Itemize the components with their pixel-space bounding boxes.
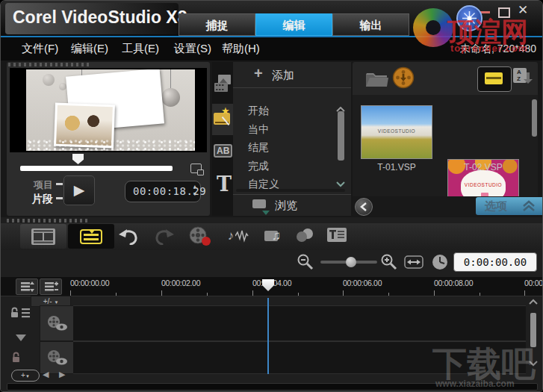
add-track-button[interactable]	[40, 279, 62, 295]
tab-edit[interactable]: 编辑	[255, 13, 332, 36]
collapse-caret-icon[interactable]	[16, 331, 26, 344]
menu-settings[interactable]: 设置(S)	[174, 42, 211, 56]
duration-clock-button[interactable]	[432, 254, 448, 273]
menu-file[interactable]: 文件(F)	[22, 42, 58, 56]
zoom-slider-thumb[interactable]	[346, 257, 356, 267]
star-decoration	[28, 98, 48, 117]
video-track-lane[interactable]	[73, 305, 526, 341]
tl-hscrollbar[interactable]	[7, 383, 538, 391]
ruler-tick: 00:00:10.00	[524, 279, 543, 287]
sort-z-glyph: Z	[517, 75, 521, 82]
gallery-item-done[interactable]: 完成	[248, 160, 269, 173]
gallery-item-end[interactable]: 结尾	[248, 141, 269, 155]
subtitle-editor-button[interactable]	[326, 227, 347, 243]
ruler-tick: 00:00:00.00	[70, 279, 109, 287]
browse-label: 浏览	[275, 199, 297, 213]
star-glyph: ★	[221, 105, 230, 116]
timeline-ruler[interactable]: 00:00:00.00 00:00:02.00 00:00:04.00 00:0…	[1, 277, 543, 296]
track-list-icon[interactable]	[22, 308, 32, 321]
minimize-button[interactable]	[480, 11, 490, 13]
gallery-panel: + 添加 开始 当中 结尾 完成 自定义 浏览	[233, 62, 351, 216]
project-mode-label[interactable]: 项目	[34, 178, 53, 192]
list-view-button[interactable]	[477, 66, 512, 92]
videostudio-window: Corel VideoStudio X8 捕捉 编辑 输出 ✕ 文件(F) 编辑…	[0, 0, 543, 392]
template-frame	[26, 69, 195, 151]
add-label: 添加	[272, 69, 294, 83]
gallery-scrollbar[interactable]	[338, 111, 344, 161]
options-button[interactable]: 选项	[476, 197, 543, 215]
overlay-track-lane[interactable]	[73, 341, 526, 374]
zoom-in-button[interactable]	[380, 253, 398, 274]
scroll-right-button[interactable]: ▶	[59, 370, 65, 379]
smart-package-icon[interactable]	[392, 66, 415, 92]
sparkle-strip	[26, 139, 195, 151]
gallery-item-start[interactable]: 开始	[248, 105, 269, 118]
panel-grip[interactable]	[7, 219, 90, 223]
playhead-marker[interactable]	[262, 279, 274, 291]
folder-icon[interactable]	[364, 68, 389, 91]
overlay-lock-icon[interactable]	[11, 352, 21, 366]
title-bar: Corel VideoStudio X8 捕捉 编辑 输出 ✕	[1, 1, 543, 36]
auto-music-button[interactable]: ♫	[258, 226, 288, 246]
back-button[interactable]	[355, 198, 373, 216]
video-track-header[interactable]	[40, 305, 74, 341]
library-panel: A Z VIDEOSTUDIO T-01.VSP VIDEOSTUDIO T-0…	[353, 62, 538, 216]
ruler-tick: 00:00:06.00	[343, 279, 382, 287]
caret-glyph: ▼	[25, 374, 30, 379]
menu-help[interactable]: 帮助(H)	[222, 42, 260, 56]
timeline-view-button[interactable]	[68, 224, 114, 249]
thumbnail-name: T-01.VSP	[361, 162, 432, 172]
ruler-tick: 00:00:02.00	[161, 279, 200, 287]
fit-timeline-button[interactable]	[404, 255, 423, 272]
media-library-icon[interactable]	[214, 74, 232, 96]
preview-panel: 项目 片段 ▶ 00:00:18.29 ▲ ▼	[7, 62, 210, 216]
storyboard-view-button[interactable]	[20, 224, 66, 249]
instant-project-icon[interactable]: ★	[212, 104, 233, 135]
play-button[interactable]: ▶	[63, 175, 95, 205]
mode-tick	[56, 183, 63, 185]
panel-grip[interactable]	[8, 63, 92, 66]
title-tool-icon[interactable]: T	[217, 172, 232, 196]
tl-scroll-up-icon[interactable]	[528, 295, 539, 308]
track-lock-icon[interactable]	[10, 307, 19, 321]
clip-mode-label[interactable]: 片段	[32, 193, 53, 206]
sound-mixer-button[interactable]: ♪	[223, 226, 253, 246]
tab-output[interactable]: 输出	[332, 13, 409, 36]
note-glyph: ♪	[228, 228, 235, 243]
ornament-string	[170, 69, 171, 89]
menu-edit[interactable]: 编辑(E)	[71, 42, 108, 56]
record-capture-button[interactable]	[187, 226, 213, 247]
timeline-timecode[interactable]: 0:00:00.00	[453, 252, 537, 272]
tl-vscrollbar[interactable]	[530, 313, 536, 347]
tab-capture[interactable]: 捕捉	[179, 13, 255, 36]
browse-row[interactable]: 浏览	[233, 194, 351, 217]
track-transparency-button[interactable]	[294, 228, 317, 243]
transition-icon[interactable]: AB	[214, 144, 232, 158]
thumbnail-t01[interactable]: VIDEOSTUDIO	[361, 105, 432, 159]
track-manager-button[interactable]	[16, 279, 38, 295]
chapter-point-button[interactable]: +▼	[11, 370, 40, 382]
timecode-up-icon[interactable]: ▲	[193, 184, 196, 190]
preview-timecode[interactable]: 00:00:18.29 ▲ ▼	[125, 181, 201, 202]
ruler-tick: 00:00:08.00	[434, 279, 473, 287]
add-row[interactable]: + 添加	[233, 62, 351, 88]
scroll-left-button[interactable]: ◀	[43, 370, 49, 379]
redo-button[interactable]	[155, 228, 174, 245]
gallery-item-middle[interactable]: 当中	[248, 123, 269, 137]
zoom-out-button[interactable]	[297, 253, 314, 274]
close-button[interactable]: ✕	[518, 5, 528, 16]
trim-handle[interactable]	[72, 154, 84, 164]
enlarge-preview-icon[interactable]	[190, 164, 202, 173]
timecode-down-icon[interactable]: ▼	[193, 192, 196, 197]
scrub-bar[interactable]	[20, 166, 173, 171]
app-title: Corel VideoStudio X8	[13, 7, 187, 28]
library-scrollbar[interactable]	[532, 99, 537, 137]
menu-tools[interactable]: 工具(E)	[122, 42, 159, 56]
gallery-hscroll[interactable]	[236, 189, 345, 192]
undo-button[interactable]	[119, 228, 138, 245]
maximize-button[interactable]	[498, 7, 510, 18]
thumbnail-name: T-02.VSP	[447, 162, 519, 172]
tl-scroll-down-icon[interactable]	[528, 356, 539, 370]
playhead-line	[267, 298, 269, 374]
notes-glyph: ♫	[272, 228, 282, 243]
